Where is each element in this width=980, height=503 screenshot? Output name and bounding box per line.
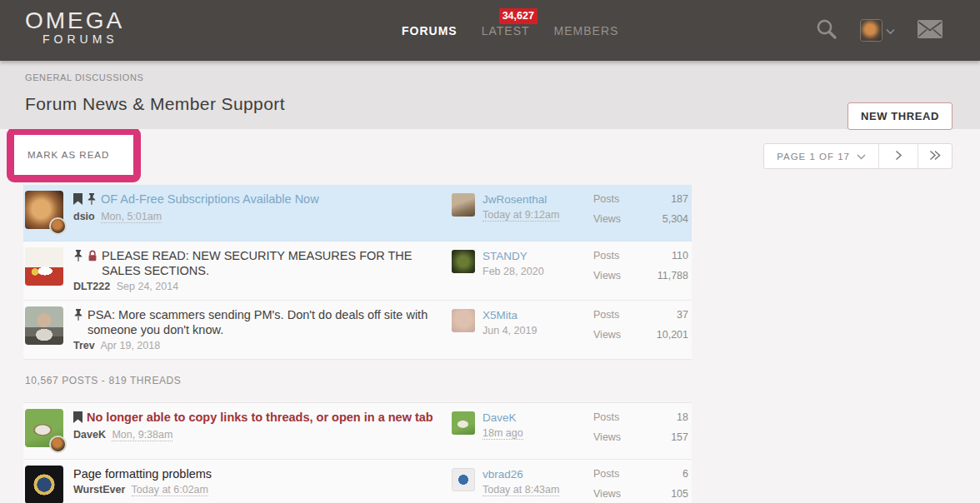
thread-starter[interactable]: WurstEver xyxy=(73,484,125,496)
last-poster-avatar[interactable] xyxy=(452,250,475,273)
views-count: 157 xyxy=(671,431,688,443)
thread-start-time: Sep 24, 2014 xyxy=(117,281,178,292)
last-page-button[interactable] xyxy=(918,144,952,168)
thread-starter[interactable]: DLT222 xyxy=(73,281,110,292)
new-thread-button[interactable]: NEW THREAD xyxy=(848,102,952,130)
thread-row[interactable]: Page formatting problems WurstEver Today… xyxy=(23,460,692,503)
thread-row[interactable]: No longer able to copy links to threads,… xyxy=(23,403,692,460)
thread-starter-avatar[interactable] xyxy=(25,306,63,345)
posts-count: 6 xyxy=(682,468,688,480)
thread-start-time: Apr 19, 2018 xyxy=(101,340,161,351)
last-poster-avatar[interactable] xyxy=(452,193,475,217)
last-post-time: 18m ago xyxy=(482,427,523,440)
last-poster-mini-avatar[interactable] xyxy=(49,436,67,453)
last-poster-avatar[interactable] xyxy=(452,468,475,491)
thread-title[interactable]: PSA: More scammers sending PM's. Don't d… xyxy=(88,307,452,337)
thread-start-time: Mon, 9:38am xyxy=(112,429,172,441)
site-header: OMEGA FORUMS FORUMS LATEST 34,627 MEMBER… xyxy=(0,0,980,61)
nav-members[interactable]: MEMBERS xyxy=(554,24,619,37)
posts-label: Posts xyxy=(593,250,619,261)
pin-icon xyxy=(87,193,97,208)
lock-icon xyxy=(88,250,98,265)
posts-label: Posts xyxy=(593,309,619,321)
mark-as-read-button[interactable]: MARK AS READ xyxy=(14,150,109,160)
annotation-highlight-box: MARK AS READ xyxy=(7,129,141,182)
user-avatar xyxy=(860,19,882,42)
account-menu[interactable] xyxy=(860,19,895,42)
thread-starter-avatar[interactable] xyxy=(25,466,63,503)
last-poster-name[interactable]: JwRosenthal xyxy=(482,193,547,206)
next-page-button[interactable] xyxy=(878,144,918,168)
last-poster-name[interactable]: DaveK xyxy=(482,411,517,424)
pin-icon xyxy=(73,250,83,265)
main-content: MARK AS READ PAGE 1 OF 17 xyxy=(0,129,980,503)
thread-starter-avatar[interactable] xyxy=(25,247,63,286)
posts-count: 37 xyxy=(677,309,688,321)
posts-count: 187 xyxy=(671,193,688,205)
views-count: 105 xyxy=(671,488,688,500)
chevron-down-icon xyxy=(857,152,866,162)
chevron-down-icon xyxy=(886,23,895,38)
views-count: 5,304 xyxy=(662,213,688,225)
last-post-time: Today at 8:43am xyxy=(482,484,559,496)
thread-start-time: Today at 6:02am xyxy=(132,484,208,496)
posts-label: Posts xyxy=(593,411,619,423)
latest-count-badge: 34,627 xyxy=(499,8,538,24)
page-select-label: PAGE 1 OF 17 xyxy=(777,152,850,162)
posts-label: Posts xyxy=(593,468,619,480)
views-label: Views xyxy=(593,488,621,500)
logo-line2: FORUMS xyxy=(42,32,124,46)
nav-latest-label: LATEST xyxy=(482,24,530,37)
bookmark-icon xyxy=(73,411,82,426)
search-icon[interactable] xyxy=(815,17,838,43)
nav-forums[interactable]: FORUMS xyxy=(402,24,458,37)
views-label: Views xyxy=(593,270,621,281)
thread-list: OF Ad-Free Subscriptions Available Now d… xyxy=(23,185,692,503)
last-poster-avatar[interactable] xyxy=(452,411,475,435)
forum-page: OMEGA FORUMS FORUMS LATEST 34,627 MEMBER… xyxy=(0,0,980,503)
messages-icon[interactable] xyxy=(918,20,942,42)
last-post-time: Feb 28, 2020 xyxy=(482,266,544,277)
header-actions xyxy=(815,0,942,61)
breadcrumb[interactable]: GENERAL DISCUSSIONS xyxy=(0,61,143,82)
bookmark-icon xyxy=(73,193,82,208)
thread-row[interactable]: PLEASE READ: NEW SECURITY MEASURES FOR T… xyxy=(23,242,692,301)
pin-icon xyxy=(73,309,83,324)
thread-starter[interactable]: Trev xyxy=(73,340,95,351)
last-post-time: Today at 9:12am xyxy=(482,209,559,222)
main-nav: FORUMS LATEST 34,627 MEMBERS xyxy=(402,0,618,61)
page-header-band: GENERAL DISCUSSIONS Forum News & Member … xyxy=(0,61,980,129)
forum-stats: 10,567 POSTS - 819 THREADS xyxy=(23,360,692,403)
thread-row[interactable]: OF Ad-Free Subscriptions Available Now d… xyxy=(23,185,692,242)
nav-latest[interactable]: LATEST 34,627 xyxy=(482,24,530,37)
thread-start-time: Mon, 5:01am xyxy=(101,211,162,223)
last-poster-name[interactable]: X5Mita xyxy=(482,309,518,321)
page-select-dropdown[interactable]: PAGE 1 OF 17 xyxy=(764,144,878,168)
posts-label: Posts xyxy=(593,193,619,205)
thread-title[interactable]: Page formatting problems xyxy=(73,466,212,481)
site-logo[interactable]: OMEGA FORUMS xyxy=(25,8,124,46)
thread-title[interactable]: PLEASE READ: NEW SECURITY MEASURES FOR T… xyxy=(102,248,452,278)
logo-line1: OMEGA xyxy=(25,8,124,33)
views-label: Views xyxy=(593,213,621,225)
views-label: Views xyxy=(593,329,621,341)
thread-row[interactable]: PSA: More scammers sending PM's. Don't d… xyxy=(23,301,692,360)
thread-starter[interactable]: dsio xyxy=(73,211,95,222)
last-post-time: Jun 4, 2019 xyxy=(482,325,537,336)
last-poster-mini-avatar[interactable] xyxy=(49,217,67,235)
double-chevron-right-icon xyxy=(929,150,941,162)
posts-count: 110 xyxy=(672,250,688,261)
pagination: PAGE 1 OF 17 xyxy=(763,143,952,169)
views-count: 11,788 xyxy=(658,270,688,281)
posts-count: 18 xyxy=(677,411,688,423)
views-count: 10,201 xyxy=(657,329,688,341)
last-poster-avatar[interactable] xyxy=(452,309,475,332)
chevron-right-icon xyxy=(895,150,902,162)
last-poster-name[interactable]: STANDY xyxy=(482,250,528,262)
thread-title[interactable]: OF Ad-Free Subscriptions Available Now xyxy=(101,192,319,207)
last-poster-name[interactable]: vbrad26 xyxy=(482,468,523,481)
views-label: Views xyxy=(593,431,621,443)
thread-title[interactable]: No longer able to copy links to threads,… xyxy=(87,410,433,425)
page-title: Forum News & Member Support xyxy=(25,94,285,114)
thread-starter[interactable]: DaveK xyxy=(73,429,106,441)
